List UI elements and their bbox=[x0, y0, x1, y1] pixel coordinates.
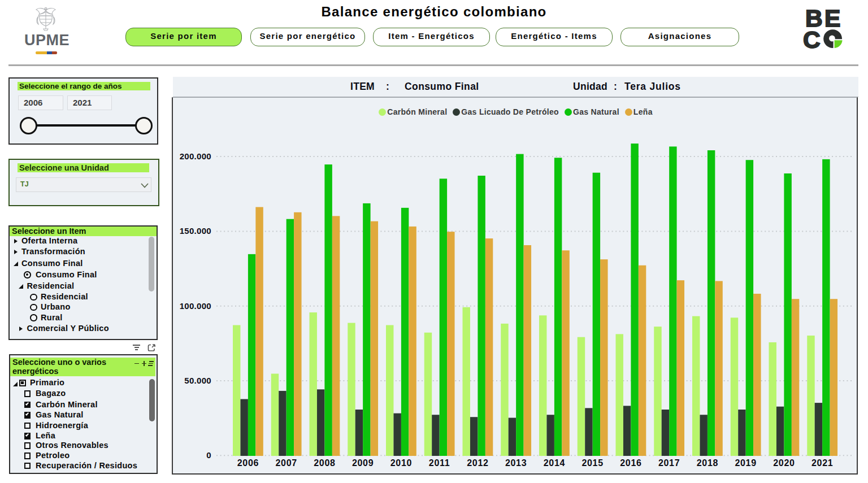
svg-text:0: 0 bbox=[206, 450, 211, 460]
svg-text:2018: 2018 bbox=[697, 458, 718, 468]
svg-text:2006: 2006 bbox=[237, 458, 259, 468]
svg-text:50.000: 50.000 bbox=[184, 376, 211, 385]
svg-text:2007: 2007 bbox=[275, 458, 297, 468]
svg-text:150.000: 150.000 bbox=[180, 226, 211, 236]
svg-text:2009: 2009 bbox=[352, 458, 374, 468]
svg-text:100.000: 100.000 bbox=[180, 301, 211, 311]
svg-text:2011: 2011 bbox=[429, 458, 450, 468]
svg-text:2012: 2012 bbox=[467, 458, 488, 468]
svg-text:2014: 2014 bbox=[544, 458, 565, 468]
svg-text:2016: 2016 bbox=[620, 458, 641, 468]
svg-text:2021: 2021 bbox=[811, 458, 833, 468]
svg-text:200.000: 200.000 bbox=[180, 151, 211, 161]
svg-text:E: E bbox=[824, 5, 840, 32]
svg-text:2019: 2019 bbox=[735, 458, 756, 468]
svg-text:2013: 2013 bbox=[505, 458, 527, 468]
svg-text:2020: 2020 bbox=[773, 458, 795, 468]
svg-text:C: C bbox=[803, 27, 821, 53]
svg-text:2015: 2015 bbox=[581, 458, 603, 468]
svg-text:2008: 2008 bbox=[314, 458, 335, 468]
svg-text:2017: 2017 bbox=[658, 458, 680, 468]
svg-text:2010: 2010 bbox=[390, 458, 412, 468]
